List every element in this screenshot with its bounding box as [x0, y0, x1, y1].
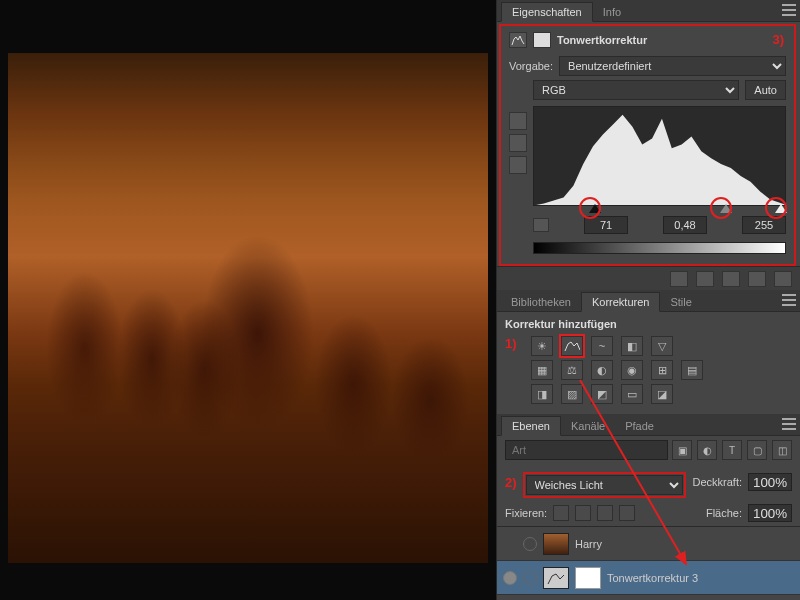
tab-adjustments[interactable]: Korrekturen [581, 292, 660, 312]
threshold-adj-icon[interactable]: ◩ [591, 384, 613, 404]
layers-controls: ▣ ◐ T ▢ ◫ 2) Weiches Licht Deckkraft: Fi… [497, 436, 800, 526]
lock-transparency-icon[interactable] [553, 505, 569, 521]
histogram[interactable] [533, 106, 786, 206]
properties-panel: Tonwertkorrektur 3) Vorgabe: Benutzerdef… [499, 24, 796, 266]
eyedropper-white-icon[interactable] [509, 156, 527, 174]
layer-name: Tonwertkorrektur 3 [607, 572, 698, 584]
clip-to-layer-icon[interactable] [670, 271, 688, 287]
levels-adj-icon[interactable] [561, 336, 583, 356]
panel-menu-icon[interactable] [782, 294, 796, 306]
delete-adjustment-icon[interactable] [774, 271, 792, 287]
midtone-input[interactable] [663, 216, 707, 234]
highlight-input[interactable] [742, 216, 786, 234]
layer-filter-input[interactable] [505, 440, 668, 460]
channel-mixer-adj-icon[interactable]: ⊞ [651, 360, 673, 380]
photo-filter-adj-icon[interactable]: ◉ [621, 360, 643, 380]
tab-paths[interactable]: Pfade [615, 417, 664, 435]
lock-pixels-icon[interactable] [575, 505, 591, 521]
posterize-adj-icon[interactable]: ▨ [561, 384, 583, 404]
eyedropper-black-icon[interactable] [509, 112, 527, 130]
layer-row[interactable]: Tonwertkorrektur 3 [497, 561, 800, 595]
midtone-slider[interactable] [720, 204, 732, 213]
annotation-3: 3) [772, 32, 784, 47]
canvas-area[interactable] [0, 0, 496, 600]
mask-icon[interactable] [533, 32, 551, 48]
channel-select[interactable]: RGB [533, 80, 739, 100]
panel-menu-icon[interactable] [782, 4, 796, 16]
opacity-input[interactable] [748, 473, 792, 491]
svg-marker-0 [534, 115, 785, 206]
mask-thumbnail[interactable] [575, 567, 601, 589]
highlight-slider[interactable] [775, 204, 787, 213]
layer-thumbnail[interactable] [543, 533, 569, 555]
tab-channels[interactable]: Kanäle [561, 417, 615, 435]
bw-adj-icon[interactable]: ◐ [591, 360, 613, 380]
levels-histogram-icon [509, 32, 527, 48]
fill-input[interactable] [748, 504, 792, 522]
tab-info[interactable]: Info [593, 3, 631, 21]
lock-all-icon[interactable] [619, 505, 635, 521]
eyedropper-gray-icon[interactable] [509, 134, 527, 152]
view-previous-icon[interactable] [696, 271, 714, 287]
invert-adj-icon[interactable]: ◨ [531, 384, 553, 404]
layer-fx-icon[interactable] [523, 537, 537, 551]
filter-shape-icon[interactable]: ▢ [747, 440, 767, 460]
tab-styles[interactable]: Stile [660, 293, 701, 311]
output-gradient[interactable] [533, 242, 786, 254]
gradient-map-adj-icon[interactable]: ▭ [621, 384, 643, 404]
selective-color-adj-icon[interactable]: ◪ [651, 384, 673, 404]
filter-adjust-icon[interactable]: ◐ [697, 440, 717, 460]
right-panel-stack: Eigenschaften Info Tonwertkorrektur 3) V… [496, 0, 800, 600]
lut-adj-icon[interactable]: ▤ [681, 360, 703, 380]
adjustments-tabbar: Bibliotheken Korrekturen Stile [497, 290, 800, 312]
layer-fx-icon[interactable] [523, 571, 537, 585]
properties-toolbar [497, 266, 800, 290]
reset-icon[interactable] [722, 271, 740, 287]
tab-properties[interactable]: Eigenschaften [501, 2, 593, 22]
preset-label: Vorgabe: [509, 60, 553, 72]
histogram-svg [534, 107, 785, 205]
opacity-label: Deckkraft: [692, 476, 742, 488]
blend-mode-select[interactable]: Weiches Licht [526, 475, 684, 495]
panel-menu-icon[interactable] [782, 418, 796, 430]
shadow-input[interactable] [584, 216, 628, 234]
layer-list: Harry Tonwertkorrektur 3 [497, 526, 800, 600]
layers-tabbar: Ebenen Kanäle Pfade [497, 414, 800, 436]
tab-libraries[interactable]: Bibliotheken [501, 293, 581, 311]
annotation-1: 1) [505, 336, 517, 351]
hue-sat-adj-icon[interactable]: ▦ [531, 360, 553, 380]
exposure-adj-icon[interactable]: ◧ [621, 336, 643, 356]
annotation-2: 2) [505, 475, 517, 490]
layer-row[interactable]: Harry [497, 527, 800, 561]
adjustment-thumbnail[interactable] [543, 567, 569, 589]
brightness-adj-icon[interactable]: ☀ [531, 336, 553, 356]
filter-pixel-icon[interactable]: ▣ [672, 440, 692, 460]
layer-visibility-icon[interactable] [503, 571, 517, 585]
auto-button[interactable]: Auto [745, 80, 786, 100]
tab-layers[interactable]: Ebenen [501, 416, 561, 436]
color-balance-adj-icon[interactable]: ⚖ [561, 360, 583, 380]
lock-position-icon[interactable] [597, 505, 613, 521]
visibility-icon[interactable] [748, 271, 766, 287]
adjustments-panel: Korrektur hinzufügen 1) ☀ ~ ◧ ▽ ▦ ⚖ ◐ ◉ … [497, 312, 800, 414]
document-image [8, 53, 488, 563]
wr-icon[interactable] [533, 218, 549, 232]
preset-select[interactable]: Benutzerdefiniert [559, 56, 786, 76]
properties-title: Tonwertkorrektur [557, 34, 647, 46]
filter-type-icon[interactable]: T [722, 440, 742, 460]
curves-adj-icon[interactable]: ~ [591, 336, 613, 356]
filter-smart-icon[interactable]: ◫ [772, 440, 792, 460]
adjustments-title: Korrektur hinzufügen [505, 318, 792, 330]
properties-tabbar: Eigenschaften Info [497, 0, 800, 22]
vibrance-adj-icon[interactable]: ▽ [651, 336, 673, 356]
layer-name: Harry [575, 538, 602, 550]
fill-label: Fläche: [706, 507, 742, 519]
lock-label: Fixieren: [505, 507, 547, 519]
shadow-slider[interactable] [589, 204, 601, 213]
